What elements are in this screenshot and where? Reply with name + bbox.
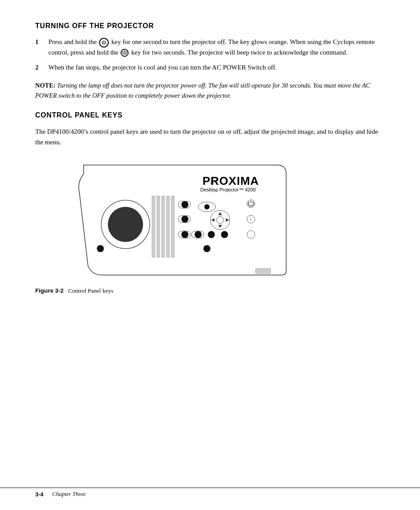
figure-container: PROXIMA ® Desktop Projector™ 4200	[35, 156, 385, 294]
svg-rect-8	[171, 196, 174, 257]
svg-point-29	[181, 231, 188, 238]
footer-chapter-name: Chapter Three	[52, 491, 86, 498]
steps-list: 1 Press and hold the key for one second …	[35, 37, 385, 73]
note-text: Turning the lamp off does not turn the p…	[35, 82, 370, 99]
note-block: NOTE: Turning the lamp off does not turn…	[35, 81, 385, 101]
svg-rect-5	[157, 196, 160, 257]
control-panel-body: The DP4100/4200’s control panel keys are…	[35, 126, 385, 147]
power-icon-1	[99, 38, 109, 48]
svg-text:Desktop Projector™ 4200: Desktop Projector™ 4200	[200, 187, 256, 192]
diagram: PROXIMA ® Desktop Projector™ 4200	[48, 156, 295, 284]
svg-rect-6	[162, 196, 165, 257]
svg-text:®: ®	[210, 181, 214, 186]
step-1: 1 Press and hold the key for one second …	[35, 37, 385, 57]
power-icon-2	[121, 49, 129, 57]
section-title-control-panel: CONTROL PANEL KEYS	[35, 111, 385, 119]
svg-point-36	[203, 245, 210, 252]
svg-point-33	[208, 231, 215, 238]
page-footer: 3-4 Chapter Three	[0, 488, 420, 498]
svg-point-34	[221, 231, 228, 238]
section-turning-off: TURNING OFF THE PROJECTOR 1 Press and ho…	[35, 22, 385, 101]
note-label: NOTE:	[35, 82, 55, 89]
section-control-panel: CONTROL PANEL KEYS The DP4100/4200’s con…	[35, 111, 385, 294]
svg-point-16	[204, 204, 210, 209]
figure-caption-text: Control Panel keys	[68, 287, 114, 294]
svg-point-31	[195, 231, 202, 238]
step-2: 2 When the fan stops, the projector is c…	[35, 62, 385, 73]
footer-page-number: 3-4	[35, 491, 44, 498]
figure-label: Figure 3-2	[35, 287, 64, 294]
svg-text:i: i	[251, 217, 252, 222]
step-1-number: 1	[35, 37, 43, 57]
svg-rect-7	[166, 196, 169, 257]
step-2-text: When the fan stops, the projector is coo…	[48, 62, 277, 73]
svg-point-13	[181, 201, 188, 208]
control-panel-svg: PROXIMA ® Desktop Projector™ 4200	[48, 156, 295, 284]
step-2-number: 2	[35, 62, 43, 73]
svg-rect-37	[255, 268, 271, 274]
svg-point-19	[181, 216, 188, 223]
page: TURNING OFF THE PROJECTOR 1 Press and ho…	[0, 0, 420, 510]
figure-caption: Figure 3-2 Control Panel keys	[35, 287, 113, 294]
svg-point-9	[97, 245, 104, 252]
step-1-text: Press and hold the key for one second to…	[48, 37, 385, 57]
svg-point-3	[108, 207, 143, 242]
section-title-turning-off: TURNING OFF THE PROJECTOR	[35, 22, 385, 30]
svg-rect-4	[152, 196, 155, 257]
